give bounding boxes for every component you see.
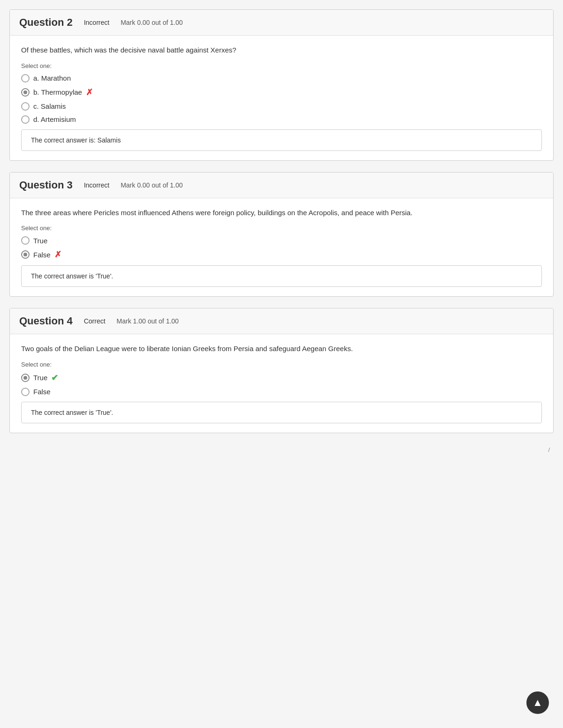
option-item-q4-1[interactable]: False xyxy=(21,388,542,396)
option-label-q4-0: True xyxy=(33,374,47,382)
option-item-q3-1[interactable]: False✗ xyxy=(21,249,542,260)
wrong-icon-q2-1: ✗ xyxy=(86,87,93,98)
option-list-q3: TrueFalse✗ xyxy=(21,236,542,260)
question-body-q3: The three areas where Pericles most infl… xyxy=(10,198,553,297)
option-item-q2-0[interactable]: a. Marathon xyxy=(21,74,542,83)
option-label-q2-0: a. Marathon xyxy=(33,74,71,82)
question-header-q2: Question 2IncorrectMark 0.00 out of 1.00 xyxy=(10,10,553,36)
radio-q3-0[interactable] xyxy=(21,236,30,245)
select-one-label-q3: Select one: xyxy=(21,225,542,232)
radio-inner-q4-0 xyxy=(23,376,27,380)
radio-q2-1[interactable] xyxy=(21,88,30,97)
option-list-q2: a. Marathonb. Thermopylae✗c. Salamisd. A… xyxy=(21,74,542,124)
question-block-q2: Question 2IncorrectMark 0.00 out of 1.00… xyxy=(9,9,554,161)
question-text-q4: Two goals of the Delian League were to l… xyxy=(21,344,542,354)
option-label-q3-1: False xyxy=(33,251,51,259)
question-body-q4: Two goals of the Delian League were to l… xyxy=(10,334,553,433)
correct-answer-box-q3: The correct answer is 'True'. xyxy=(21,265,542,287)
question-mark-q3: Mark 0.00 out of 1.00 xyxy=(121,181,183,189)
option-label-q2-3: d. Artemisium xyxy=(33,115,76,123)
correct-answer-box-q4: The correct answer is 'True'. xyxy=(21,402,542,423)
question-header-q4: Question 4CorrectMark 1.00 out of 1.00 xyxy=(10,308,553,334)
question-status-q2: Incorrect xyxy=(84,19,109,26)
option-label-q4-1: False xyxy=(33,388,51,396)
radio-q4-0[interactable] xyxy=(21,374,30,382)
option-label-q2-1: b. Thermopylae xyxy=(33,88,82,96)
question-mark-q2: Mark 0.00 out of 1.00 xyxy=(121,19,183,26)
question-title-q2: Question 2 xyxy=(19,16,73,29)
radio-inner-q3-1 xyxy=(23,253,27,256)
correct-answer-box-q2: The correct answer is: Salamis xyxy=(21,129,542,151)
select-one-label-q4: Select one: xyxy=(21,361,542,368)
question-block-q4: Question 4CorrectMark 1.00 out of 1.00Tw… xyxy=(9,308,554,433)
radio-q3-1[interactable] xyxy=(21,250,30,259)
option-item-q3-0[interactable]: True xyxy=(21,236,542,245)
wrong-icon-q3-1: ✗ xyxy=(54,249,61,260)
select-one-label-q2: Select one: xyxy=(21,62,542,69)
question-body-q2: Of these battles, which was the decisive… xyxy=(10,36,553,160)
option-item-q2-1[interactable]: b. Thermopylae✗ xyxy=(21,87,542,98)
radio-q4-1[interactable] xyxy=(21,388,30,396)
option-label-q3-0: True xyxy=(33,237,47,245)
option-item-q2-2[interactable]: c. Salamis xyxy=(21,102,542,111)
question-text-q3: The three areas where Pericles most infl… xyxy=(21,208,542,218)
correct-icon-q4-0: ✔ xyxy=(51,373,58,383)
question-block-q3: Question 3IncorrectMark 0.00 out of 1.00… xyxy=(9,172,554,297)
option-list-q4: True✔False xyxy=(21,373,542,396)
question-status-q4: Correct xyxy=(84,317,106,325)
questions-container: Question 2IncorrectMark 0.00 out of 1.00… xyxy=(9,9,554,433)
question-status-q3: Incorrect xyxy=(84,181,109,189)
page-number: / xyxy=(9,444,554,455)
question-title-q3: Question 3 xyxy=(19,179,73,191)
option-label-q2-2: c. Salamis xyxy=(33,102,66,110)
question-header-q3: Question 3IncorrectMark 0.00 out of 1.00 xyxy=(10,173,553,198)
question-title-q4: Question 4 xyxy=(19,315,73,327)
radio-q2-0[interactable] xyxy=(21,74,30,83)
option-item-q2-3[interactable]: d. Artemisium xyxy=(21,115,542,124)
radio-q2-3[interactable] xyxy=(21,115,30,124)
radio-q2-2[interactable] xyxy=(21,102,30,111)
question-text-q2: Of these battles, which was the decisive… xyxy=(21,45,542,56)
option-item-q4-0[interactable]: True✔ xyxy=(21,373,542,383)
radio-inner-q2-1 xyxy=(23,90,27,94)
question-mark-q4: Mark 1.00 out of 1.00 xyxy=(117,317,179,325)
